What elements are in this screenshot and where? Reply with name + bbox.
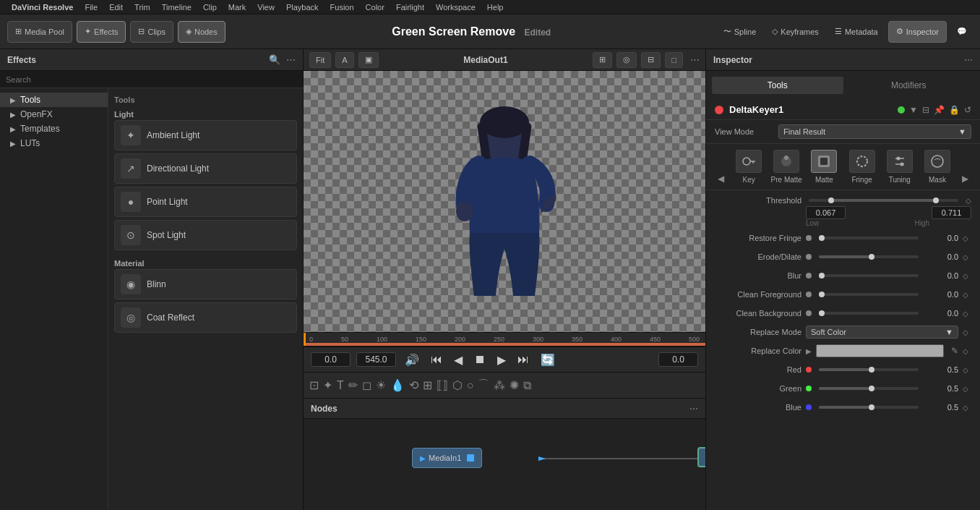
spline-button[interactable]: 〜 Spline: [718, 23, 762, 40]
audio-btn[interactable]: 🔊: [402, 352, 422, 368]
clean-bg-thumb[interactable]: [819, 310, 825, 316]
inspector-more-icon[interactable]: ⋯: [964, 55, 973, 65]
search-input[interactable]: [0, 71, 303, 88]
green-diamond[interactable]: ◇: [963, 385, 971, 393]
chat-button[interactable]: 💬: [951, 24, 973, 39]
menu-trim[interactable]: Trim: [129, 3, 156, 12]
viewer-btn-b[interactable]: ▣: [358, 52, 379, 68]
replace-mode-diamond[interactable]: ◇: [963, 328, 971, 336]
icon-tab-matte[interactable]: Matte: [808, 150, 840, 184]
menu-file[interactable]: File: [79, 3, 103, 12]
menu-edit[interactable]: Edit: [103, 3, 129, 12]
threshold-diamond[interactable]: ◇: [966, 197, 971, 205]
tree-item-luts[interactable]: ▶ LUTs: [0, 136, 108, 150]
nodes-button[interactable]: ◈ Nodes: [178, 21, 225, 43]
clean-fg-slider[interactable]: [819, 293, 919, 296]
view-mode-select[interactable]: Final Result ▼: [778, 124, 971, 139]
icon-tab-fringe[interactable]: Fringe: [846, 150, 878, 184]
viewer-grid-btn[interactable]: ⊞: [593, 52, 612, 68]
stop-btn[interactable]: ⏹: [471, 352, 489, 367]
tool-lasso[interactable]: ◻: [362, 378, 371, 392]
icon-tab-prematte[interactable]: Pre Matte: [770, 150, 802, 184]
node-reset-icon[interactable]: ↺: [964, 105, 971, 115]
clean-bg-diamond[interactable]: ◇: [963, 310, 971, 318]
app-logo[interactable]: DaVinci Resolve: [6, 3, 79, 12]
expand-right-btn[interactable]: ▶: [959, 174, 971, 184]
blur-thumb[interactable]: [819, 273, 825, 279]
point-light-item[interactable]: ● Point Light: [114, 187, 297, 217]
tab-tools[interactable]: Tools: [712, 77, 843, 94]
menu-fusion[interactable]: Fusion: [324, 3, 360, 12]
threshold-low-thumb[interactable]: [828, 197, 834, 203]
erode-dilate-slider[interactable]: [819, 255, 919, 258]
restore-fringe-diamond[interactable]: ◇: [963, 234, 971, 242]
tool-mask[interactable]: ⧉: [523, 379, 531, 392]
replace-color-diamond[interactable]: ◇: [963, 347, 971, 355]
effects-more-icon[interactable]: ⋯: [286, 54, 296, 65]
tool-select[interactable]: ⊡: [309, 378, 319, 392]
effects-button[interactable]: ✦ Effects: [77, 21, 126, 43]
tool-transform[interactable]: ⟦⟧: [437, 378, 448, 392]
clean-fg-thumb[interactable]: [819, 292, 825, 297]
clean-fg-diamond[interactable]: ◇: [963, 291, 971, 299]
menu-playback[interactable]: Playback: [280, 3, 324, 12]
tab-modifiers[interactable]: Modifiers: [843, 77, 975, 94]
node-mediain1[interactable]: ▶ MediaIn1: [412, 448, 482, 468]
timeline-ruler[interactable]: 0 50 100 150 200 250 300 350 400 450 500: [304, 332, 705, 347]
red-diamond[interactable]: ◇: [963, 366, 971, 374]
replace-mode-select[interactable]: Soft Color ▼: [806, 326, 958, 339]
tool-copy[interactable]: ⊞: [423, 378, 432, 392]
directional-light-item[interactable]: ↗ Directional Light: [114, 153, 297, 184]
tool-brush[interactable]: ✏: [348, 378, 358, 392]
erode-dilate-diamond[interactable]: ◇: [963, 253, 971, 261]
restore-fringe-thumb[interactable]: [819, 235, 825, 241]
prev-frame-btn[interactable]: ◀: [451, 352, 465, 368]
ambient-light-item[interactable]: ✦ Ambient Light: [114, 120, 297, 150]
blur-slider[interactable]: [819, 274, 919, 277]
tree-item-templates[interactable]: ▶ Templates: [0, 122, 108, 136]
viewer-layout-btn[interactable]: ⊟: [641, 52, 661, 68]
node-deltakeyer1[interactable]: DeltaKeyer1: [697, 439, 705, 475]
menu-timeline[interactable]: Timeline: [156, 3, 197, 12]
blue-diamond[interactable]: ◇: [963, 404, 971, 412]
time-end[interactable]: 0.0: [658, 352, 698, 367]
menu-mark[interactable]: Mark: [223, 3, 252, 12]
inspector-button[interactable]: ⚙ Inspector: [888, 21, 947, 43]
color-picker-icon[interactable]: ✎: [951, 346, 958, 356]
green-slider[interactable]: [819, 387, 919, 390]
blue-slider[interactable]: [819, 406, 919, 409]
red-thumb[interactable]: [869, 367, 874, 373]
threshold-low-val[interactable]: 0.067: [806, 206, 846, 219]
fit-button[interactable]: Fit: [309, 52, 331, 68]
menu-view[interactable]: View: [252, 3, 280, 12]
coat-reflect-item[interactable]: ◎ Coat Reflect: [114, 302, 297, 333]
green-thumb[interactable]: [869, 386, 874, 391]
icon-tab-tuning[interactable]: Tuning: [884, 150, 916, 184]
tool-drop[interactable]: 💧: [390, 378, 405, 392]
menu-color[interactable]: Color: [360, 3, 390, 12]
expand-left-btn[interactable]: ◀: [715, 174, 727, 184]
node-dropdown-icon[interactable]: ▼: [909, 105, 918, 115]
clips-button[interactable]: ⊟ Clips: [130, 21, 173, 43]
loop-btn[interactable]: 🔄: [538, 352, 558, 368]
go-end-btn[interactable]: ⏭: [515, 352, 532, 367]
frame-count[interactable]: 545.0: [356, 352, 396, 367]
tool-circle[interactable]: ○: [467, 379, 474, 392]
tool-particle[interactable]: ⁂: [494, 378, 505, 392]
search-icon[interactable]: 🔍: [269, 54, 280, 65]
viewer-sphere-btn[interactable]: ◎: [616, 52, 637, 68]
nodes-more-icon[interactable]: ⋯: [689, 404, 698, 414]
node-pin-icon[interactable]: 📌: [934, 105, 945, 115]
tool-paint[interactable]: ✦: [323, 378, 332, 392]
viewer-more-icon[interactable]: ⋯: [690, 54, 700, 65]
viewer-box-btn[interactable]: □: [665, 52, 683, 68]
clean-bg-slider[interactable]: [819, 312, 919, 315]
tool-path[interactable]: ⌒: [478, 378, 489, 393]
keyframes-button[interactable]: ◇ Keyframes: [766, 24, 825, 39]
tool-poly[interactable]: ⬡: [452, 378, 463, 392]
media-pool-button[interactable]: ⊞ Media Pool: [7, 21, 72, 43]
replace-color-swatch[interactable]: [816, 344, 944, 357]
blue-thumb[interactable]: [869, 404, 874, 410]
threshold-high-val[interactable]: 0.711: [932, 206, 971, 219]
spot-light-item[interactable]: ⊙ Spot Light: [114, 220, 297, 250]
